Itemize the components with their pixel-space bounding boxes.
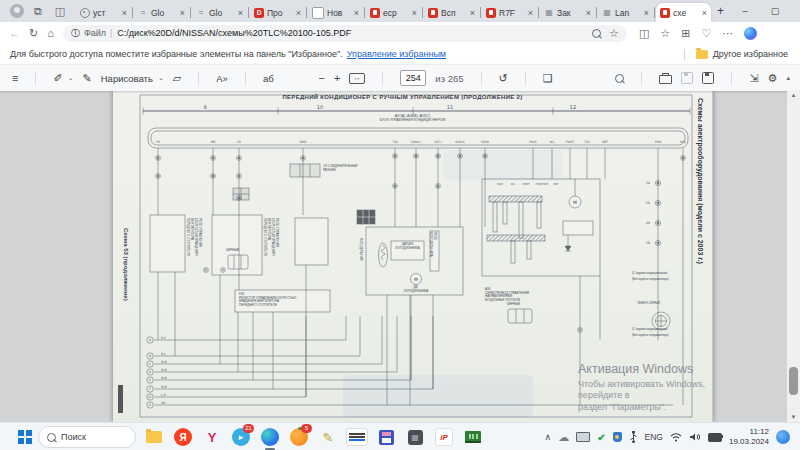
collections-icon[interactable]: ⊞	[681, 27, 690, 40]
info-icon[interactable]: ⓘ	[71, 27, 80, 40]
restore-button[interactable]: ▢	[760, 0, 790, 22]
browser-tab[interactable]: R7F×	[482, 3, 537, 22]
yandex-y-icon[interactable]: Y	[201, 426, 223, 448]
tab-close-icon[interactable]: ×	[586, 8, 591, 18]
yandex-browser-icon[interactable]: Я	[172, 426, 194, 448]
wifi-icon[interactable]	[670, 433, 682, 442]
browser-tab[interactable]: Всп×	[424, 3, 479, 22]
scrollbar-thumb[interactable]	[789, 367, 798, 395]
browser-tab[interactable]: DПро×	[250, 3, 305, 22]
browser-tab[interactable]: еср×	[366, 3, 421, 22]
close-button[interactable]: ✕	[790, 0, 800, 22]
file-explorer-icon[interactable]	[143, 426, 165, 448]
start-button[interactable]	[7, 426, 29, 448]
draw-pen-icon[interactable]: ✎	[83, 72, 92, 85]
favorites-icon[interactable]: ☆	[660, 27, 670, 40]
workspaces-icon[interactable]: ⧉	[30, 3, 46, 19]
pencil-app-icon[interactable]: ✎	[317, 426, 339, 448]
display-icon[interactable]	[576, 432, 590, 442]
system-tray: ∧ ☁ ✔ ENG 11:12 19.03.2024	[545, 427, 800, 446]
onedrive-cloud-icon[interactable]: ☁	[558, 431, 569, 444]
svg-text:10: 10	[317, 104, 323, 110]
browser-tab[interactable]: ≈Glo×	[134, 3, 189, 22]
ip-app-icon[interactable]: iP	[433, 426, 455, 448]
language-indicator[interactable]: ENG	[645, 432, 663, 442]
vertical-tabs-icon[interactable]: ◫	[52, 3, 68, 19]
browser-essentials-icon[interactable]: ♡	[701, 27, 711, 40]
speaker-icon[interactable]	[689, 432, 701, 442]
tab-close-icon[interactable]: ×	[412, 8, 417, 18]
more-menu-icon[interactable]: ⋯	[722, 27, 733, 40]
ram-app-icon[interactable]	[462, 426, 484, 448]
scroll-down-icon[interactable]: ▼	[787, 412, 800, 422]
notification-icon[interactable]	[776, 430, 790, 444]
minimize-button[interactable]: –	[730, 0, 760, 22]
split-screen-icon[interactable]: ◫	[639, 27, 649, 40]
telegram-icon[interactable]: ▸21	[230, 426, 252, 448]
copilot-icon[interactable]	[744, 27, 757, 40]
zoom-out-icon[interactable]: −	[318, 72, 324, 84]
find-on-page-icon[interactable]	[592, 29, 601, 38]
highlighter-icon[interactable]: ✐	[53, 72, 62, 85]
tab-close-icon[interactable]: ×	[702, 8, 707, 18]
save-as-icon[interactable]	[702, 72, 714, 84]
profile-avatar-icon[interactable]	[10, 4, 24, 18]
read-aloud-icon[interactable]: A»	[216, 73, 228, 84]
page-view-icon[interactable]: ❏	[543, 72, 553, 85]
battery-icon[interactable]	[708, 433, 722, 442]
usb-icon[interactable]	[629, 431, 638, 443]
tab-close-icon[interactable]: ×	[644, 8, 649, 18]
tab-close-icon[interactable]: ×	[180, 8, 185, 18]
settings-gear-icon[interactable]: ⚙	[768, 72, 778, 85]
dark-app-icon[interactable]: ▦	[404, 426, 426, 448]
favorite-star-icon[interactable]: ☆	[609, 27, 619, 40]
refresh-icon[interactable]: ↻	[29, 27, 38, 40]
tab-close-icon[interactable]: ×	[296, 8, 301, 18]
fullscreen-icon[interactable]: ⇲	[749, 72, 758, 85]
eraser-icon[interactable]: ▱	[173, 72, 181, 85]
vertical-scrollbar[interactable]: ▲ ▼	[787, 90, 800, 422]
floppy-app-icon[interactable]	[375, 426, 397, 448]
tab-close-icon[interactable]: ×	[122, 8, 127, 18]
new-tab-button[interactable]: +	[717, 4, 724, 18]
tab-title: уст	[93, 8, 119, 18]
tab-title: Lan	[615, 8, 641, 18]
techline-connect-icon[interactable]	[346, 426, 368, 448]
print-icon[interactable]	[659, 75, 672, 84]
page-number-input[interactable]: 254	[400, 70, 426, 86]
zoom-in-icon[interactable]: +	[334, 72, 340, 84]
browser-tab[interactable]: Нов×	[308, 3, 363, 22]
security-shield-icon[interactable]	[613, 432, 622, 442]
tab-close-icon[interactable]: ×	[470, 8, 475, 18]
url-text: C:/диск%20D/d/NISSAN/схемы%20TLC%20100-1…	[117, 28, 351, 38]
rotate-icon[interactable]: ↺	[499, 72, 508, 85]
browser-tab[interactable]: схе×	[656, 3, 711, 22]
mandarin-app-icon[interactable]: 5	[288, 426, 310, 448]
url-field[interactable]: ⓘ Файл | C:/диск%20D/d/NISSAN/схемы%20TL…	[63, 25, 627, 42]
collapse-toolbar-icon[interactable]: ▴	[786, 74, 790, 82]
antivirus-check-icon[interactable]: ✔	[597, 432, 605, 443]
browser-tab[interactable]: ▦Lan×	[598, 3, 653, 22]
edge-icon[interactable]	[259, 426, 281, 448]
home-icon[interactable]: ⌂	[47, 27, 54, 39]
scroll-up-icon[interactable]: ▲	[787, 90, 800, 100]
tab-close-icon[interactable]: ×	[354, 8, 359, 18]
search-document-icon[interactable]	[615, 74, 624, 83]
back-icon[interactable]: ←	[9, 27, 20, 39]
fit-width-icon[interactable]: ↔	[349, 73, 365, 84]
tray-chevron-icon[interactable]: ∧	[545, 432, 552, 442]
save-icon[interactable]	[681, 72, 693, 84]
tab-close-icon[interactable]: ×	[238, 8, 243, 18]
taskbar-search[interactable]: Поиск	[38, 426, 136, 448]
other-favorites[interactable]: Другое избранное	[713, 49, 788, 59]
browser-tab[interactable]: ▦Зак×	[540, 3, 595, 22]
draw-label[interactable]: Нарисовать	[101, 73, 153, 84]
manage-favorites-link[interactable]: Управление избранным	[347, 49, 446, 59]
text-tool-icon[interactable]: аб	[263, 73, 274, 84]
toc-icon[interactable]: ≡	[12, 72, 18, 84]
tab-title: Про	[267, 8, 293, 18]
browser-tab[interactable]: ≈Glo×	[192, 3, 247, 22]
tab-close-icon[interactable]: ×	[528, 8, 533, 18]
browser-tab[interactable]: уст×	[76, 3, 131, 22]
clock[interactable]: 11:12 19.03.2024	[729, 427, 769, 446]
